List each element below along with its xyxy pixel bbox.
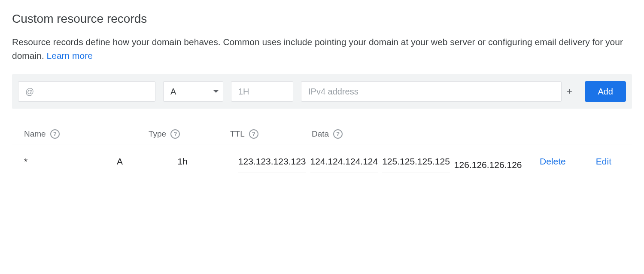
- record-data-value: 124.124.124.124: [310, 156, 378, 173]
- record-name-cell: *: [24, 156, 117, 167]
- record-type-value: A: [170, 87, 176, 97]
- chevron-down-icon: [213, 90, 219, 93]
- help-icon[interactable]: ?: [249, 129, 258, 139]
- header-ttl: TTL: [230, 129, 245, 139]
- help-icon[interactable]: ?: [50, 129, 60, 139]
- add-button[interactable]: Add: [585, 81, 626, 102]
- add-data-row-button[interactable]: +: [562, 86, 577, 97]
- record-ttl-input[interactable]: 1H: [231, 81, 293, 102]
- table-headers: Name ? Type ? TTL ? Data ?: [12, 124, 632, 144]
- table-row: * A 1h 123.123.123.123 124.124.124.124 1…: [12, 144, 632, 183]
- header-type: Type: [149, 129, 166, 139]
- header-name: Name: [24, 129, 46, 139]
- record-data-cell: 123.123.123.123 124.124.124.124 125.125.…: [238, 156, 522, 179]
- record-data-value: 125.125.125.125: [382, 156, 450, 173]
- delete-button[interactable]: Delete: [540, 156, 566, 167]
- record-name-input[interactable]: @: [18, 81, 155, 102]
- record-data-input[interactable]: IPv4 address: [301, 81, 562, 102]
- edit-button[interactable]: Edit: [596, 156, 611, 167]
- help-icon[interactable]: ?: [333, 129, 343, 139]
- record-type-cell: A: [117, 156, 177, 167]
- record-type-select[interactable]: A: [163, 81, 223, 102]
- help-icon[interactable]: ?: [170, 129, 180, 139]
- records-table: Name ? Type ? TTL ? Data ? * A 1h 123.12…: [12, 124, 632, 183]
- record-data-value: 123.123.123.123: [238, 156, 306, 173]
- description-text: Resource records define how your domain …: [12, 37, 623, 61]
- record-data-value: 126.126.126.126: [454, 160, 522, 176]
- header-data: Data: [312, 129, 329, 139]
- page-description: Resource records define how your domain …: [12, 35, 632, 62]
- page-title: Custom resource records: [12, 12, 632, 26]
- learn-more-link[interactable]: Learn more: [47, 51, 93, 61]
- add-record-form: @ A 1H IPv4 address + Add: [12, 74, 632, 109]
- record-ttl-cell: 1h: [177, 156, 238, 167]
